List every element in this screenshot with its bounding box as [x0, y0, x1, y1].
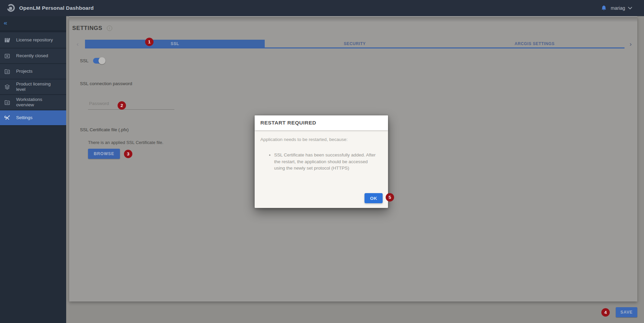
sidebar-item-label: Recently closed	[16, 53, 58, 59]
annotation-badge-1: 1	[145, 38, 154, 46]
save-button[interactable]: SAVE	[616, 307, 637, 317]
toggle-knob	[98, 57, 105, 64]
dialog-title: RESTART REQUIRED	[255, 115, 388, 130]
page-title: SETTINGS	[72, 25, 102, 32]
browse-button[interactable]: BROWSE	[88, 149, 120, 159]
app-title: OpenLM Personal Dashboard	[19, 0, 94, 16]
sidebar-item-label: Settings	[16, 115, 58, 120]
dialog-bullet-item: SSL Certificate has been successfully ad…	[274, 152, 380, 172]
tab-ssl[interactable]: SSL	[85, 40, 265, 47]
sidebar-item-label: License repository	[16, 37, 58, 43]
tab-security[interactable]: SECURITY	[265, 40, 444, 47]
dialog-intro-text: Application needs to be restarted, becau…	[260, 137, 348, 142]
dialog-header: RESTART REQUIRED	[255, 115, 388, 130]
sidebar-item-workstations-overview[interactable]: Workstations overview	[0, 95, 66, 110]
collapse-chevrons-icon: «	[4, 20, 7, 26]
books-icon	[4, 37, 10, 43]
notifications-bell-icon[interactable]	[601, 5, 607, 11]
sidebar-item-projects[interactable]: Projects	[0, 64, 66, 79]
sidebar-nav: « License repository	[0, 16, 66, 323]
annotation-badge-3: 3	[124, 150, 132, 158]
folder-list-icon	[4, 68, 10, 75]
user-menu-chevron-down-icon[interactable]	[628, 7, 632, 10]
settings-tabs: SSL SECURITY ARCGIS SETTINGS	[85, 40, 625, 48]
info-icon[interactable]: i	[107, 26, 112, 31]
password-input[interactable]	[88, 98, 174, 110]
certificate-section-label: SSL Certificate file (.pfx)	[80, 127, 129, 132]
annotation-badge-5: 5	[386, 193, 394, 202]
sidebar-item-product-licensing-level[interactable]: Product licensing level	[0, 79, 66, 95]
box-x-icon	[4, 53, 10, 59]
annotation-badge-4: 4	[601, 308, 610, 317]
top-bar: OpenLM Personal Dashboard mariag	[0, 0, 644, 16]
annotation-badge-2: 2	[118, 101, 126, 110]
sidebar-collapse-button[interactable]: «	[0, 16, 66, 30]
sidebar-item-label: Product licensing level	[16, 81, 58, 92]
folder-list-icon	[4, 99, 10, 106]
certificate-status-text: There is an applied SSL Certificate file…	[88, 140, 163, 145]
user-menu-label[interactable]: mariag	[611, 0, 625, 16]
sidebar-item-license-repository[interactable]: License repository	[0, 32, 66, 48]
ssl-toggle-label: SSL	[80, 58, 89, 63]
layers-icon	[4, 84, 10, 90]
app-screen: OpenLM Personal Dashboard mariag «	[0, 0, 644, 323]
sidebar-item-label: Projects	[16, 69, 58, 74]
sidebar-item-label: Workstations overview	[16, 97, 58, 108]
tabs-scroll-right-icon[interactable]: ›	[630, 40, 632, 48]
ssl-toggle[interactable]	[93, 58, 104, 64]
sidebar-item-settings[interactable]: Settings	[0, 110, 66, 126]
restart-required-dialog: RESTART REQUIRED Application needs to be…	[255, 115, 388, 208]
tools-icon	[4, 115, 10, 121]
password-section-label: SSL connection password	[80, 81, 132, 86]
dialog-bullet-list: SSL Certificate has been successfully ad…	[269, 152, 380, 172]
ok-button[interactable]: OK	[364, 193, 383, 203]
sidebar-item-recently-closed[interactable]: Recently closed	[0, 48, 66, 64]
tab-arcgis-settings[interactable]: ARCGIS SETTINGS	[445, 40, 625, 47]
openlm-logo-icon	[6, 3, 15, 12]
tabs-scroll-left-icon[interactable]: ‹	[77, 40, 79, 48]
